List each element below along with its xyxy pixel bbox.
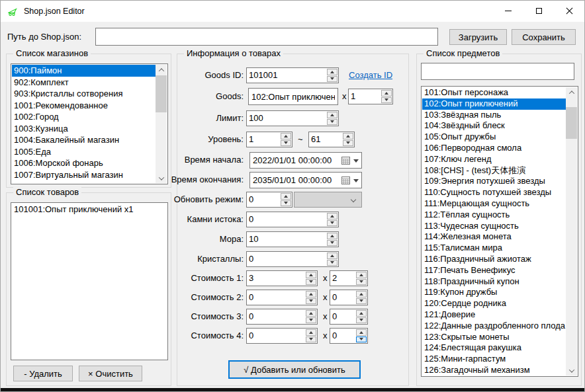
spin-down-icon[interactable] [381,97,392,104]
list-item[interactable]: 1005:Еда [12,146,156,158]
spin-up-icon[interactable] [327,253,338,259]
list-item[interactable]: 902:Комплект [12,77,156,89]
list-item[interactable]: 121:Доверие [422,309,566,321]
scroll-down-icon[interactable] [566,366,577,375]
items-scrollbar[interactable] [566,87,577,375]
spin-down-icon[interactable] [281,140,291,147]
spin-down-icon[interactable] [306,298,316,305]
list-item[interactable]: 123:Скрытые монеты [422,332,566,343]
cost3-count-spinner[interactable]: 0 [330,309,368,325]
list-item[interactable]: 1007:Виртуальный магазин [12,169,156,181]
close-icon[interactable] [554,1,584,21]
list-item[interactable]: 108:[CHS] - (test)天体推演 [422,165,566,176]
refresh-mode-spinner[interactable]: 0 [246,192,292,208]
spin-up-icon[interactable] [327,69,338,75]
list-item[interactable]: 900:Паймон [12,65,156,77]
clear-button[interactable]: × Очистить [79,366,142,381]
list-item[interactable]: 124:Блестящая ракушка [422,342,566,354]
list-item[interactable]: 1001:Рекомендованное [12,100,156,112]
add-or-update-button[interactable]: √ Добавить или обновить [228,360,361,379]
spin-down-icon[interactable] [306,317,316,324]
primogems-spinner[interactable]: 0 [246,212,339,227]
level-from-spinner[interactable]: 1 [246,132,292,147]
spin-up-icon[interactable] [306,272,316,278]
spin-up-icon[interactable] [281,133,291,139]
spin-up-icon[interactable] [356,310,367,317]
limit-spinner[interactable]: 100 [246,110,339,126]
list-item[interactable]: 115:Талисман мира [422,243,566,254]
list-item[interactable]: 114:Железная монета [422,231,566,243]
scroll-down-icon[interactable] [156,173,167,183]
list-item[interactable]: 120:Сердце родника [422,298,566,309]
spin-up-icon[interactable] [281,193,291,200]
list-item[interactable]: 118:Праздничный купон [422,276,566,288]
spin-up-icon[interactable] [327,112,338,118]
list-item[interactable]: 126:Загадочный механизм [422,365,566,375]
list-item[interactable]: 125:Мини-гарпастум [422,354,566,365]
crystals-spinner[interactable]: 0 [246,251,339,267]
maximize-icon[interactable] [523,1,554,21]
spin-up-icon[interactable] [381,90,392,97]
goods-listbox[interactable]: 101001:Опыт приключений x1 [11,202,168,360]
list-item[interactable]: 1002:Город [12,111,156,123]
spin-up-icon[interactable] [306,310,316,317]
spin-down-icon[interactable] [281,200,291,207]
load-button[interactable]: Загрузить [449,29,507,45]
scroll-thumb[interactable] [566,107,577,139]
path-input[interactable] [95,28,438,46]
cost2-count-spinner[interactable]: 0 [330,290,368,305]
list-item[interactable]: 1003:Кузница [12,123,156,135]
list-item[interactable]: 113:Чудесная сущность [422,221,566,232]
refresh-mode-combobox[interactable] [294,192,362,208]
cost3-item-spinner[interactable]: 0 [246,309,318,325]
spin-up-icon[interactable] [327,233,338,239]
spin-down-icon[interactable] [356,279,367,286]
goods-id-spinner[interactable]: 101001 [246,67,339,83]
spin-up-icon[interactable] [306,291,316,297]
list-item[interactable]: 112:Тёплая сущность [422,210,566,221]
shops-scrollbar[interactable] [156,65,167,183]
spin-down-icon[interactable] [327,260,338,266]
list-item[interactable]: 110:Сущность потухшей звезды [422,187,566,198]
goods-input[interactable] [248,88,338,105]
shops-listbox[interactable]: 900:Паймон902:Комплект903:Кристаллы сотв… [11,63,168,184]
chevron-down-icon[interactable] [353,159,359,165]
spin-up-icon[interactable] [356,272,367,278]
mora-spinner[interactable]: 10 [246,231,339,247]
spin-down-icon[interactable] [327,119,338,126]
list-item[interactable]: 102:Опыт приключений [422,98,566,110]
list-item[interactable]: 111:Мерцающая сущность [422,198,566,210]
chevron-down-icon[interactable] [353,179,359,185]
items-listbox[interactable]: 101:Опыт персонажа102:Опыт приключений10… [421,86,578,377]
list-item[interactable]: 903:Кристаллы сотворения [12,88,156,100]
cost2-item-spinner[interactable]: 0 [246,290,318,305]
scroll-thumb[interactable] [156,75,167,112]
scroll-up-icon[interactable] [566,87,577,97]
begin-time-picker[interactable]: 2022/01/01 00:00:00 [249,152,362,169]
list-item[interactable]: 101001:Опыт приключений x1 [12,204,167,216]
list-item[interactable]: 1004:Бакалейный магазин [12,134,156,146]
list-item[interactable]: 107:Ключ легенд [422,154,566,165]
spin-down-icon[interactable] [356,298,367,305]
spin-down-icon[interactable] [327,76,338,83]
spin-down-icon[interactable] [306,279,316,286]
list-item[interactable]: 1006:Морской фонарь [12,157,156,169]
delete-button[interactable]: - Удалить [13,366,73,381]
minimize-icon[interactable] [493,1,523,21]
goods-count-spinner[interactable]: 1 [348,89,393,104]
items-search-input[interactable] [421,63,574,80]
list-item[interactable]: 122:Данные раздробленного плода [422,321,566,332]
list-item[interactable]: 109:Энергия потухшей звезды [422,176,566,187]
list-item[interactable]: 116:Праздничный ажиотаж [422,254,566,265]
list-item[interactable]: 101:Опыт персонажа [422,87,566,98]
level-to-spinner[interactable]: 61 [308,132,355,147]
spin-up-icon[interactable] [327,213,338,219]
spin-up-icon[interactable] [356,329,367,336]
spin-down-icon[interactable] [356,336,367,343]
create-id-link[interactable]: Создать ID [349,70,392,80]
spin-down-icon[interactable] [306,336,316,343]
list-item[interactable]: 106:Первородная смола [422,143,566,154]
end-time-picker[interactable]: 2035/01/01 00:00:00 [249,172,362,188]
spin-down-icon[interactable] [343,140,353,147]
list-item[interactable]: 117:Печать Венефикус [422,265,566,276]
